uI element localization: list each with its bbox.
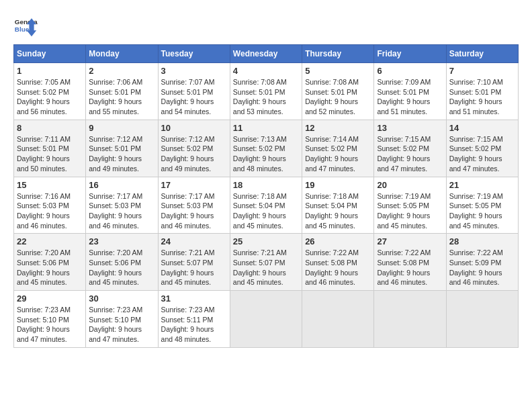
calendar-cell: 13Sunrise: 7:15 AM Sunset: 5:02 PM Dayli… — [374, 120, 446, 177]
calendar-cell: 30Sunrise: 7:23 AM Sunset: 5:10 PM Dayli… — [86, 291, 158, 348]
day-info: Sunrise: 7:17 AM Sunset: 5:03 PM Dayligh… — [89, 191, 154, 231]
day-number: 11 — [233, 123, 299, 133]
calendar-cell — [230, 291, 302, 348]
calendar-cell: 3Sunrise: 7:07 AM Sunset: 5:01 PM Daylig… — [158, 63, 230, 120]
day-number: 21 — [449, 180, 515, 190]
day-info: Sunrise: 7:16 AM Sunset: 5:03 PM Dayligh… — [17, 191, 83, 231]
calendar-table: SundayMondayTuesdayWednesdayThursdayFrid… — [13, 44, 519, 348]
calendar-cell: 4Sunrise: 7:08 AM Sunset: 5:01 PM Daylig… — [230, 63, 302, 120]
day-info: Sunrise: 7:15 AM Sunset: 5:02 PM Dayligh… — [449, 134, 515, 174]
calendar-cell: 8Sunrise: 7:11 AM Sunset: 5:01 PM Daylig… — [14, 120, 86, 177]
day-number: 18 — [233, 180, 299, 190]
calendar-cell: 5Sunrise: 7:08 AM Sunset: 5:01 PM Daylig… — [302, 63, 374, 120]
weekday-header-thursday: Thursday — [302, 45, 374, 63]
calendar-header: SundayMondayTuesdayWednesdayThursdayFrid… — [14, 45, 519, 63]
day-info: Sunrise: 7:21 AM Sunset: 5:07 PM Dayligh… — [161, 248, 227, 287]
day-info: Sunrise: 7:06 AM Sunset: 5:01 PM Dayligh… — [89, 77, 154, 117]
calendar-cell: 22Sunrise: 7:20 AM Sunset: 5:06 PM Dayli… — [14, 234, 86, 291]
day-number: 7 — [449, 66, 515, 76]
day-info: Sunrise: 7:10 AM Sunset: 5:01 PM Dayligh… — [449, 77, 515, 117]
day-info: Sunrise: 7:12 AM Sunset: 5:02 PM Dayligh… — [161, 134, 227, 174]
day-info: Sunrise: 7:18 AM Sunset: 5:04 PM Dayligh… — [233, 191, 299, 231]
weekday-header-sunday: Sunday — [14, 45, 86, 63]
day-number: 19 — [305, 180, 371, 190]
calendar-cell: 6Sunrise: 7:09 AM Sunset: 5:01 PM Daylig… — [374, 63, 446, 120]
svg-text:Blue: Blue — [15, 26, 30, 33]
logo: General Blue — [13, 13, 40, 38]
day-info: Sunrise: 7:22 AM Sunset: 5:09 PM Dayligh… — [449, 248, 515, 287]
calendar-cell: 16Sunrise: 7:17 AM Sunset: 5:03 PM Dayli… — [86, 177, 158, 234]
calendar-week-5: 29Sunrise: 7:23 AM Sunset: 5:10 PM Dayli… — [14, 291, 519, 348]
day-info: Sunrise: 7:18 AM Sunset: 5:04 PM Dayligh… — [305, 191, 371, 231]
day-info: Sunrise: 7:05 AM Sunset: 5:02 PM Dayligh… — [17, 77, 83, 117]
day-number: 3 — [161, 66, 227, 76]
day-number: 27 — [377, 236, 443, 246]
weekday-header-friday: Friday — [374, 45, 446, 63]
calendar-cell: 10Sunrise: 7:12 AM Sunset: 5:02 PM Dayli… — [158, 120, 230, 177]
calendar-cell: 23Sunrise: 7:20 AM Sunset: 5:06 PM Dayli… — [86, 234, 158, 291]
day-number: 29 — [17, 293, 83, 304]
day-info: Sunrise: 7:22 AM Sunset: 5:08 PM Dayligh… — [305, 248, 371, 287]
day-number: 10 — [161, 123, 227, 133]
calendar-cell: 11Sunrise: 7:13 AM Sunset: 5:02 PM Dayli… — [230, 120, 302, 177]
day-info: Sunrise: 7:14 AM Sunset: 5:02 PM Dayligh… — [305, 134, 371, 174]
calendar-cell: 20Sunrise: 7:19 AM Sunset: 5:05 PM Dayli… — [374, 177, 446, 234]
day-info: Sunrise: 7:21 AM Sunset: 5:07 PM Dayligh… — [233, 248, 299, 287]
day-number: 15 — [17, 180, 83, 190]
day-number: 9 — [89, 123, 154, 133]
calendar-week-1: 1Sunrise: 7:05 AM Sunset: 5:02 PM Daylig… — [14, 63, 519, 120]
day-number: 4 — [233, 66, 299, 76]
weekday-header-saturday: Saturday — [446, 45, 518, 63]
day-info: Sunrise: 7:12 AM Sunset: 5:01 PM Dayligh… — [89, 134, 154, 174]
calendar-week-2: 8Sunrise: 7:11 AM Sunset: 5:01 PM Daylig… — [14, 120, 519, 177]
day-info: Sunrise: 7:23 AM Sunset: 5:10 PM Dayligh… — [17, 305, 83, 345]
day-info: Sunrise: 7:08 AM Sunset: 5:01 PM Dayligh… — [305, 77, 371, 117]
calendar-cell: 2Sunrise: 7:06 AM Sunset: 5:01 PM Daylig… — [86, 63, 158, 120]
calendar-cell: 12Sunrise: 7:14 AM Sunset: 5:02 PM Dayli… — [302, 120, 374, 177]
calendar-cell: 28Sunrise: 7:22 AM Sunset: 5:09 PM Dayli… — [446, 234, 518, 291]
weekday-header-wednesday: Wednesday — [230, 45, 302, 63]
calendar-cell: 27Sunrise: 7:22 AM Sunset: 5:08 PM Dayli… — [374, 234, 446, 291]
day-info: Sunrise: 7:22 AM Sunset: 5:08 PM Dayligh… — [377, 248, 443, 287]
day-info: Sunrise: 7:11 AM Sunset: 5:01 PM Dayligh… — [17, 134, 83, 174]
calendar-cell — [302, 291, 374, 348]
calendar-cell: 7Sunrise: 7:10 AM Sunset: 5:01 PM Daylig… — [446, 63, 518, 120]
calendar-week-3: 15Sunrise: 7:16 AM Sunset: 5:03 PM Dayli… — [14, 177, 519, 234]
calendar-cell: 25Sunrise: 7:21 AM Sunset: 5:07 PM Dayli… — [230, 234, 302, 291]
calendar-cell: 24Sunrise: 7:21 AM Sunset: 5:07 PM Dayli… — [158, 234, 230, 291]
day-number: 26 — [305, 236, 371, 246]
day-number: 5 — [305, 66, 371, 76]
day-number: 13 — [377, 123, 443, 133]
weekday-header-monday: Monday — [86, 45, 158, 63]
calendar-body: 1Sunrise: 7:05 AM Sunset: 5:02 PM Daylig… — [14, 63, 519, 348]
calendar-cell: 31Sunrise: 7:23 AM Sunset: 5:11 PM Dayli… — [158, 291, 230, 348]
day-number: 30 — [89, 293, 154, 304]
day-number: 14 — [449, 123, 515, 133]
day-info: Sunrise: 7:20 AM Sunset: 5:06 PM Dayligh… — [89, 248, 154, 287]
day-number: 6 — [377, 66, 443, 76]
calendar-cell: 26Sunrise: 7:22 AM Sunset: 5:08 PM Dayli… — [302, 234, 374, 291]
calendar-cell — [446, 291, 518, 348]
day-number: 20 — [377, 180, 443, 190]
page-container: General Blue SundayMondayTuesdayWednesda… — [13, 13, 519, 348]
calendar-cell: 17Sunrise: 7:17 AM Sunset: 5:03 PM Dayli… — [158, 177, 230, 234]
calendar-cell: 21Sunrise: 7:19 AM Sunset: 5:05 PM Dayli… — [446, 177, 518, 234]
calendar-week-4: 22Sunrise: 7:20 AM Sunset: 5:06 PM Dayli… — [14, 234, 519, 291]
day-number: 25 — [233, 236, 299, 246]
day-info: Sunrise: 7:19 AM Sunset: 5:05 PM Dayligh… — [449, 191, 515, 231]
weekday-header-tuesday: Tuesday — [158, 45, 230, 63]
day-number: 16 — [89, 180, 154, 190]
day-info: Sunrise: 7:20 AM Sunset: 5:06 PM Dayligh… — [17, 248, 83, 287]
day-number: 17 — [161, 180, 227, 190]
calendar-cell: 9Sunrise: 7:12 AM Sunset: 5:01 PM Daylig… — [86, 120, 158, 177]
day-number: 22 — [17, 236, 83, 246]
calendar-cell — [374, 291, 446, 348]
calendar-cell: 14Sunrise: 7:15 AM Sunset: 5:02 PM Dayli… — [446, 120, 518, 177]
day-info: Sunrise: 7:08 AM Sunset: 5:01 PM Dayligh… — [233, 77, 299, 117]
day-number: 23 — [89, 236, 154, 246]
calendar-cell: 1Sunrise: 7:05 AM Sunset: 5:02 PM Daylig… — [14, 63, 86, 120]
calendar-cell: 18Sunrise: 7:18 AM Sunset: 5:04 PM Dayli… — [230, 177, 302, 234]
header: General Blue — [13, 13, 519, 38]
day-number: 28 — [449, 236, 515, 246]
weekday-header-row: SundayMondayTuesdayWednesdayThursdayFrid… — [14, 45, 519, 63]
